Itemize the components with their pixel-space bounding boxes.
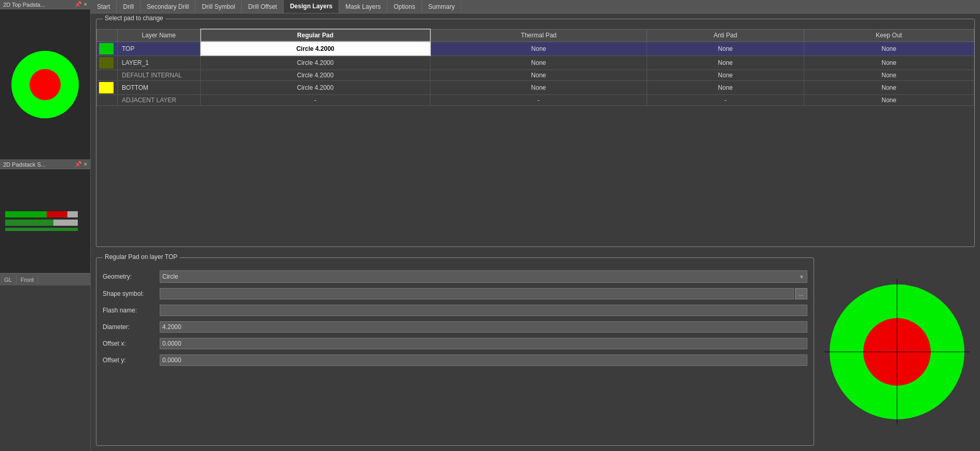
regular-pad-cell[interactable]: Circle 4.2000	[201, 56, 430, 70]
geometry-select[interactable]: Circle Square Rectangle Oblong	[160, 270, 807, 283]
tab-options[interactable]: Options	[387, 0, 422, 13]
keep-out-cell[interactable]: None	[804, 80, 974, 94]
pad-preview-circle-inner	[30, 69, 61, 100]
tab-start[interactable]: Start	[91, 0, 117, 13]
anti-pad-cell[interactable]: None	[647, 42, 804, 56]
regular-pad-cell[interactable]: Circle 4.2000	[201, 80, 430, 94]
anti-pad-cell[interactable]: None	[647, 80, 804, 94]
tab-mask-layers[interactable]: Mask Layers	[339, 0, 387, 13]
anti-pad-cell[interactable]: -	[647, 94, 804, 105]
shape-symbol-input[interactable]	[160, 288, 794, 299]
table-row[interactable]: BOTTOMCircle 4.2000NoneNoneNone	[97, 80, 974, 94]
shape-symbol-browse-button[interactable]: ...	[795, 288, 807, 299]
bottom-preview-area	[0, 169, 90, 273]
flash-name-input[interactable]	[160, 305, 807, 316]
th-anti-pad[interactable]: Anti Pad	[647, 29, 804, 42]
layer-name-cell[interactable]: TOP	[118, 42, 201, 56]
pin-icon[interactable]: 📌	[75, 1, 82, 8]
layer-bar-1	[5, 211, 78, 217]
flash-name-label: Flash name:	[103, 307, 160, 314]
offset-x-label: Offset x:	[103, 340, 160, 347]
layer-color-cell	[97, 94, 118, 105]
layer-name-cell[interactable]: BOTTOM	[118, 80, 201, 94]
regular-pad-cell[interactable]: -	[201, 94, 430, 105]
top-preview-area	[0, 9, 90, 160]
bottom-tab-gl[interactable]: GL	[0, 276, 17, 284]
thermal-pad-cell[interactable]: None	[430, 80, 647, 94]
color-swatch	[99, 82, 114, 93]
upper-section: Select pad to change Layer Name Regular …	[91, 13, 980, 252]
close-icon-1[interactable]: ×	[84, 1, 87, 8]
tab-drill-offset[interactable]: Drill Offset	[242, 0, 284, 13]
tab-design-layers[interactable]: Design Layers	[284, 0, 339, 13]
lower-section: Regular Pad on layer TOP Geometry: Circl…	[91, 252, 980, 451]
keep-out-cell[interactable]: None	[804, 42, 974, 56]
diameter-input[interactable]	[160, 321, 807, 333]
anti-pad-cell[interactable]: None	[647, 70, 804, 80]
offset-y-input[interactable]	[160, 354, 807, 366]
keep-out-cell[interactable]: None	[804, 70, 974, 80]
shape-symbol-input-group: ...	[160, 288, 807, 299]
offset-y-row: Offset y:	[103, 354, 807, 366]
offset-x-input[interactable]	[160, 338, 807, 349]
layer-name-cell[interactable]: ADJACENT LAYER	[118, 94, 201, 105]
regular-pad-cell[interactable]: Circle 4.2000	[201, 70, 430, 80]
tab-secondary-drill[interactable]: Secondary Drill	[141, 0, 195, 13]
th-thermal-pad[interactable]: Thermal Pad	[430, 29, 647, 42]
table-row[interactable]: ADJACENT LAYER---None	[97, 94, 974, 105]
left-panel: 2D Top Padsta... 📌 × 2D Padstack S... 📌 …	[0, 0, 91, 451]
shape-symbol-row: Shape symbol: ...	[103, 288, 807, 299]
select-pad-title: Select pad to change	[103, 15, 165, 22]
tab-drill[interactable]: Drill	[117, 0, 141, 13]
main-content: Start Drill Secondary Drill Drill Symbol…	[91, 0, 980, 451]
table-row[interactable]: LAYER_1Circle 4.2000NoneNoneNone	[97, 56, 974, 70]
shape-symbol-label: Shape symbol:	[103, 290, 160, 297]
layer-bar-3	[5, 228, 78, 231]
th-keep-out[interactable]: Keep Out	[804, 29, 974, 42]
geometry-label: Geometry:	[103, 273, 160, 280]
thermal-pad-cell[interactable]: None	[430, 56, 647, 70]
table-row[interactable]: DEFAULT INTERNALCircle 4.2000NoneNoneNon…	[97, 70, 974, 80]
th-regular-pad[interactable]: Regular Pad	[201, 29, 430, 42]
select-pad-group: Select pad to change Layer Name Regular …	[96, 19, 975, 247]
panel-title-2-text: 2D Padstack S...	[3, 161, 46, 168]
geometry-select-wrapper: Circle Square Rectangle Oblong ▼	[160, 270, 807, 283]
regular-pad-form: Regular Pad on layer TOP Geometry: Circl…	[96, 257, 814, 446]
color-swatch	[99, 57, 114, 69]
pad-preview-large	[824, 279, 970, 425]
panel-title-1: 2D Top Padsta... 📌 ×	[0, 0, 90, 9]
bottom-tab-front[interactable]: Front	[17, 276, 39, 284]
diameter-label: Diameter:	[103, 323, 160, 331]
layer-color-cell	[97, 70, 118, 80]
keep-out-cell[interactable]: None	[804, 94, 974, 105]
anti-pad-cell[interactable]: None	[647, 56, 804, 70]
layer-bar-2	[5, 220, 78, 226]
tab-bar: Start Drill Secondary Drill Drill Symbol…	[91, 0, 980, 13]
bottom-tab-bar: GL Front	[0, 273, 90, 285]
pad-preview-svg	[824, 279, 970, 425]
tab-summary[interactable]: Summary	[422, 0, 461, 13]
regular-pad-cell[interactable]: Circle 4.2000	[201, 42, 430, 56]
geometry-row: Geometry: Circle Square Rectangle Oblong…	[103, 270, 807, 283]
keep-out-cell[interactable]: None	[804, 56, 974, 70]
lower-section-title: Regular Pad on layer TOP	[103, 253, 179, 261]
thermal-pad-cell[interactable]: None	[430, 70, 647, 80]
th-color	[97, 29, 118, 42]
layer-color-cell	[97, 56, 118, 70]
pin-icon-2[interactable]: 📌	[75, 161, 82, 168]
color-swatch	[99, 43, 114, 54]
layer-color-cell	[97, 80, 118, 94]
th-layer-name: Layer Name	[118, 29, 201, 42]
lower-right-preview	[819, 257, 975, 446]
layer-color-cell	[97, 42, 118, 56]
layer-name-cell[interactable]: DEFAULT INTERNAL	[118, 70, 201, 80]
table-row[interactable]: TOPCircle 4.2000NoneNoneNone	[97, 42, 974, 56]
close-icon-2[interactable]: ×	[84, 161, 87, 168]
layer-name-cell[interactable]: LAYER_1	[118, 56, 201, 70]
offset-y-label: Offset y:	[103, 357, 160, 364]
panel-title-1-text: 2D Top Padsta...	[3, 2, 45, 8]
thermal-pad-cell[interactable]: -	[430, 94, 647, 105]
thermal-pad-cell[interactable]: None	[430, 42, 647, 56]
diameter-row: Diameter:	[103, 321, 807, 333]
tab-drill-symbol[interactable]: Drill Symbol	[195, 0, 242, 13]
